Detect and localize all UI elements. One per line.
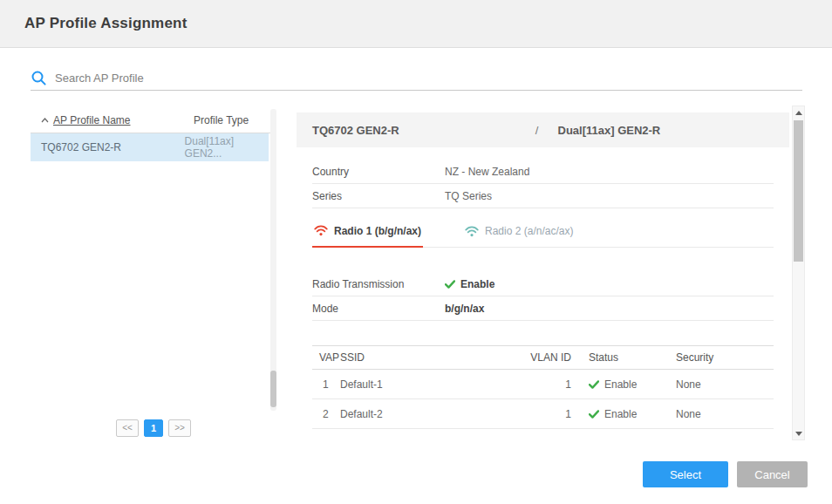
tab-radio-1-label: Radio 1 (b/g/n/ax) [334,225,421,237]
detail-profile-type: Dual[11ax] GEN2-R [546,124,774,137]
scroll-up-icon[interactable] [793,106,804,119]
radio-tabs: Radio 1 (b/g/n/ax) Radio 2 (a/n/ac/ax) [312,215,774,248]
tab-radio-2[interactable]: Radio 2 (a/n/ac/ax) [463,215,575,247]
pagination: << 1 >> [31,419,276,437]
column-header-profile-type: Profile Type [194,114,249,126]
mode-value: b/g/n/ax [445,303,484,315]
mode-label: Mode [312,303,445,315]
col-status: Status [571,351,676,364]
ssid-cell: Default-2 [340,408,519,420]
cancel-button[interactable]: Cancel [737,461,808,487]
radio-transmission-row: Radio Transmission Enable [312,272,774,296]
radio-transmission-label: Radio Transmission [312,278,445,290]
search-bar [31,66,802,91]
vap-row: 2 Default-2 1 Enable None [312,399,774,429]
vap-cell: 2 [312,408,340,420]
select-button[interactable]: Select [643,461,728,487]
profile-detail-panel: TQ6702 GEN2-R / Dual[11ax] GEN2-R Countr… [297,107,789,429]
pagination-first-button[interactable]: << [116,419,139,437]
vap-row: 1 Default-1 1 Enable None [312,370,774,399]
vlan-id-cell: 1 [519,378,571,391]
col-ssid: SSID [340,351,519,364]
dialog-titlebar: AP Profile Assignment [0,0,832,48]
vap-table: VAP SSID VLAN ID Status Security 1 Defau… [312,345,774,429]
profile-row-selected[interactable]: TQ6702 GEN2-R Dual[11ax] GEN2... [31,133,269,161]
page-title: AP Profile Assignment [24,15,188,32]
wifi-icon [465,226,479,237]
profile-row-name: TQ6702 GEN2-R [41,141,185,153]
pagination-page-1-button[interactable]: 1 [144,419,163,437]
series-value: TQ Series [445,190,492,202]
scroll-down-icon[interactable] [793,427,804,439]
profile-list-header: AP Profile Name Profile Type [31,107,276,133]
tab-radio-1[interactable]: Radio 1 (b/g/n/ax) [312,215,423,248]
series-label: Series [312,190,445,202]
status-cell: Enable [571,378,676,391]
column-header-ap-profile-name[interactable]: AP Profile Name [41,114,194,126]
check-icon [445,280,455,289]
ap-profile-assignment-dialog: AP Profile Assignment AP Profile Name [0,0,832,504]
ssid-cell: Default-1 [340,378,519,391]
security-cell: None [676,378,774,391]
radio-transmission-value: Enable [445,278,494,290]
pagination-last-button[interactable]: >> [168,419,191,437]
detail-scrollbar-thumb[interactable] [794,120,803,262]
profile-row-type: Dual[11ax] GEN2... [185,135,269,160]
profile-list-scrollbar[interactable] [270,109,276,411]
country-value: NZ - New Zealand [445,166,529,178]
check-icon [589,410,599,419]
status-cell: Enable [571,408,676,420]
tab-radio-2-label: Radio 2 (a/n/ac/ax) [485,225,573,237]
security-cell: None [676,408,774,420]
search-icon [31,70,47,86]
vap-cell: 1 [312,378,340,391]
detail-header: TQ6702 GEN2-R / Dual[11ax] GEN2-R [297,112,789,147]
detail-profile-name: TQ6702 GEN2-R [312,124,529,137]
vap-table-header: VAP SSID VLAN ID Status Security [312,345,774,370]
profile-list-scrollbar-thumb[interactable] [270,371,276,407]
sort-ascending-icon[interactable] [41,118,49,123]
detail-scrollbar[interactable] [792,106,805,440]
col-vlan-id: VLAN ID [519,351,571,364]
check-icon [589,380,599,389]
col-vap: VAP [312,351,340,364]
detail-separator: / [529,124,546,137]
series-row: Series TQ Series [312,184,774,208]
country-row: Country NZ - New Zealand [312,160,774,184]
wifi-icon [314,225,328,236]
country-label: Country [312,166,445,178]
mode-row: Mode b/g/n/ax [312,296,774,321]
col-security: Security [676,351,774,364]
profile-list-panel: AP Profile Name Profile Type TQ6702 GEN2… [31,107,276,439]
search-input[interactable] [55,72,802,85]
profile-list: AP Profile Name Profile Type TQ6702 GEN2… [31,107,276,414]
vlan-id-cell: 1 [519,408,571,420]
